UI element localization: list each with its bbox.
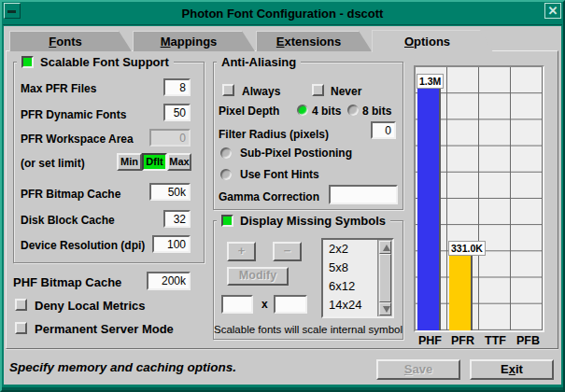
tab-mappings[interactable]: Mappings (133, 31, 255, 51)
pixel-depth-4bits-radio[interactable] (297, 105, 308, 116)
never-label: Never (331, 85, 361, 98)
display-missing-symbols-legend: Display Missing Symbols (217, 214, 390, 228)
group-title: Display Missing Symbols (240, 214, 386, 228)
sub-pixel-positioning-radio[interactable] (220, 147, 232, 159)
never-checkbox[interactable] (312, 84, 324, 96)
tab-label-post: onts (56, 35, 81, 49)
pfr-workspace-area-label: PFR Workspace Area (21, 133, 134, 146)
minimize-button[interactable] (4, 3, 21, 19)
disk-block-cache-label: Disk Block Cache (21, 214, 115, 227)
chart-bar-value-label: 331.0K (448, 241, 486, 256)
minimize-icon (7, 10, 16, 13)
exit-button[interactable]: Exit (470, 359, 554, 380)
pixel-depth-label: Pixel Depth (219, 105, 279, 118)
pixel-depth-8bits-label: 8 bits (362, 105, 391, 118)
button-label-mnemonic: x (509, 362, 516, 376)
arrow-up-icon (383, 245, 390, 251)
symbol-size-listbox[interactable]: 2x2 5x8 6x12 14x24 (321, 238, 394, 318)
pfr-workspace-area-field (149, 129, 191, 147)
status-text: Specify memory and caching options. (9, 360, 236, 374)
dimension-separator-label: x (261, 298, 268, 311)
gamma-correction-label: Gamma Correction (219, 190, 319, 203)
symbol-height-field[interactable] (274, 295, 307, 314)
tab-fonts[interactable]: Fonts (9, 31, 132, 51)
button-label-post: it (516, 362, 523, 376)
permanent-server-mode-label: Permanent Server Mode (35, 322, 174, 336)
symbol-modify-button: Modify (227, 267, 289, 286)
scroll-up-button[interactable] (379, 241, 391, 254)
permanent-server-mode-checkbox[interactable] (15, 322, 27, 334)
button-label-pre: E (501, 362, 509, 376)
chart-bar-pfr (449, 256, 473, 330)
always-label: Always (242, 85, 280, 98)
title-bar: Photon Font Configuration - dscott (3, 3, 562, 25)
max-pfr-files-label: Max PFR Files (21, 82, 96, 95)
filter-radius-field[interactable] (371, 121, 396, 139)
pfr-bitmap-cache-field[interactable] (149, 183, 191, 201)
arrow-down-icon (383, 306, 390, 313)
use-font-hints-radio[interactable] (220, 169, 232, 180)
pixel-depth-4bits-label: 4 bits (312, 105, 341, 118)
button-label-post: ave (412, 362, 432, 376)
tab-label-mnemonic: O (404, 35, 414, 49)
scalable-font-support-legend: Scalable Font Support (17, 55, 174, 69)
save-button: Save (376, 359, 460, 380)
symbol-width-field[interactable] (221, 295, 253, 314)
or-set-limit-label: (or set limit) (21, 157, 85, 170)
scroll-down-button[interactable] (379, 302, 391, 315)
pfr-dynamic-fonts-field[interactable] (163, 104, 191, 121)
tab-extensions[interactable]: Extensions (256, 31, 372, 51)
chart-bar-value-label: 1.3M (417, 74, 444, 89)
scrollbar[interactable] (377, 240, 392, 316)
disk-block-cache-field[interactable] (163, 210, 191, 228)
photon-font-configuration-window: Photon Font Configuration - dscott Fonts… (0, 0, 565, 392)
deny-local-metrics-label: Deny Local Metrics (35, 299, 146, 313)
group-title: Anti-Aliasing (221, 55, 296, 69)
limit-dflt-button[interactable]: Dflt (142, 153, 167, 171)
gamma-correction-field[interactable] (329, 185, 398, 204)
display-missing-symbols-checkbox[interactable] (221, 215, 233, 227)
missing-symbols-note: Scalable fonts will scale internal symbo… (213, 324, 403, 335)
pfr-dynamic-fonts-label: PFR Dynamic Fonts (21, 108, 126, 121)
phf-bitmap-cache-field[interactable] (147, 272, 191, 290)
chart-category-axis: PHFPFRTTFPFB (414, 334, 544, 347)
chart-category-label: TTF (479, 334, 512, 347)
tab-options[interactable]: Options (372, 30, 493, 52)
cache-usage-chart: 1.3M331.0K (414, 65, 544, 332)
tab-label-post: ptions (414, 35, 450, 49)
pixel-depth-8bits-radio[interactable] (347, 105, 359, 116)
group-title: Scalable Font Support (40, 55, 169, 69)
sub-pixel-positioning-label: Sub-Pixel Postioning (240, 147, 352, 160)
scalable-font-support-checkbox[interactable] (21, 56, 34, 68)
use-font-hints-label: Use Font Hints (240, 168, 319, 181)
phf-bitmap-cache-label: PHF Bitmap Cache (13, 275, 121, 289)
always-checkbox[interactable] (222, 84, 234, 96)
tab-label-post: xtensions (284, 35, 341, 49)
chart-bar-phf (417, 89, 441, 330)
chart-category-label: PHF (414, 334, 446, 347)
device-resolution-label: Device Resolution (dpi) (21, 239, 145, 252)
tab-label-mnemonic: M (161, 35, 171, 49)
pfr-bitmap-cache-label: PFR Bitmap Cache (21, 188, 120, 201)
filter-radius-label: Filter Radius (pixels) (219, 128, 329, 141)
chart-category-label: PFR (446, 334, 479, 347)
chart-plot-area: 1.3M331.0K (416, 67, 543, 330)
anti-aliasing-legend: Anti-Aliasing (217, 55, 301, 69)
window-title: Photon Font Configuration - dscott (3, 3, 562, 25)
close-button[interactable] (544, 3, 561, 19)
symbol-add-button: + (227, 242, 256, 261)
deny-local-metrics-checkbox[interactable] (15, 299, 27, 311)
chart-category-label: PFB (512, 334, 544, 347)
tab-label-post: appings (171, 35, 218, 49)
symbol-remove-button: − (273, 242, 302, 261)
scrollbar-thumb[interactable] (379, 254, 391, 302)
device-resolution-field[interactable] (152, 235, 191, 253)
max-pfr-files-field[interactable] (163, 78, 191, 96)
limit-max-button[interactable]: Max (167, 153, 191, 171)
limit-min-button[interactable]: Min (117, 153, 142, 171)
